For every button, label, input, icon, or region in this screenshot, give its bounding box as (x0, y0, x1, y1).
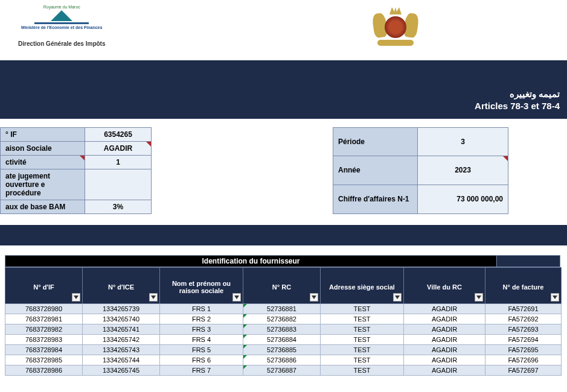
cell-nom[interactable]: FRS 4 (160, 334, 243, 344)
cell-adresse[interactable]: TEST (321, 303, 404, 314)
label-if: ° IF (1, 127, 85, 141)
cell-rc[interactable]: 52736886 (243, 355, 321, 365)
cell-if[interactable]: 7683728982 (5, 324, 83, 334)
table-row[interactable]: 76837289811334265740FRS 252736882TESTAGA… (5, 314, 562, 324)
cell-adresse[interactable]: TEST (321, 324, 404, 334)
cell-rc[interactable]: 52736885 (243, 344, 321, 355)
cell-ice[interactable]: 1334265742 (83, 334, 160, 344)
info-table-left: ° IF 6354265 aison Sociale AGADIR ctivit… (0, 127, 152, 214)
cell-rc[interactable]: 52736884 (243, 334, 321, 344)
cell-ville[interactable]: AGADIR (404, 324, 485, 334)
cell-ice[interactable]: 1334265743 (83, 344, 160, 355)
cell-if[interactable]: 7683728986 (5, 365, 83, 375)
cell-adresse[interactable]: TEST (321, 365, 404, 375)
col-header-ville[interactable]: Ville du RC (404, 267, 485, 303)
table-row[interactable]: 76837289841334265743FRS 552736885TESTAGA… (5, 344, 562, 355)
value-chiffre-affaires[interactable]: 73 000 000,00 (418, 185, 508, 213)
filter-dropdown-icon[interactable] (149, 293, 158, 302)
supplier-grid-area: Identification du fournisseur N° d'IF N°… (0, 255, 567, 376)
cell-adresse[interactable]: TEST (321, 355, 404, 365)
info-section: ° IF 6354265 aison Sociale AGADIR ctivit… (0, 119, 567, 225)
col-header-ice[interactable]: N° d'ICE (83, 267, 160, 303)
cell-nom[interactable]: FRS 1 (160, 303, 243, 314)
cell-ice[interactable]: 1334265740 (83, 314, 160, 324)
label-activite: ctivité (1, 155, 85, 169)
filter-dropdown-icon[interactable] (310, 293, 318, 302)
cell-nom[interactable]: FRS 2 (160, 314, 243, 324)
label-date-jugement: ate jugement ouverture e procédure (1, 169, 85, 200)
cell-nom[interactable]: FRS 7 (160, 365, 243, 375)
cell-facture[interactable]: FA572692 (485, 314, 562, 324)
cell-if[interactable]: 7683728985 (5, 355, 83, 365)
cell-ville[interactable]: AGADIR (404, 314, 485, 324)
col-header-adresse-label: Adresse siège social (329, 283, 395, 291)
table-row[interactable]: 76837289831334265742FRS 452736884TESTAGA… (5, 334, 562, 344)
cell-if[interactable]: 7683728980 (5, 303, 83, 314)
table-row[interactable]: 76837289821334265741FRS 352736883TESTAGA… (5, 324, 562, 334)
cell-if[interactable]: 7683728983 (5, 334, 83, 344)
cell-ville[interactable]: AGADIR (404, 303, 485, 314)
cell-ville[interactable]: AGADIR (404, 344, 485, 355)
cell-ville[interactable]: AGADIR (404, 334, 485, 344)
col-header-rc[interactable]: N° RC (243, 267, 321, 303)
invoice-section-header (497, 255, 560, 267)
page-header: Royaume du Maroc Ministère de l'Economie… (0, 0, 567, 60)
col-header-ville-label: Ville du RC (427, 283, 462, 291)
label-taux-bam: aux de base BAM (1, 200, 85, 213)
label-periode: Période (333, 127, 418, 156)
col-header-facture[interactable]: N° de facture (485, 267, 562, 303)
value-if[interactable]: 6354265 (85, 127, 152, 141)
cell-rc[interactable]: 52736882 (243, 314, 321, 324)
value-raison-sociale[interactable]: AGADIR (85, 141, 152, 155)
table-row[interactable]: 76837289861334265745FRS 752736887TESTAGA… (5, 365, 562, 375)
col-header-facture-label: N° de facture (503, 283, 544, 291)
cell-rc[interactable]: 52736887 (243, 365, 321, 375)
cell-facture[interactable]: FA572696 (485, 355, 562, 365)
cell-adresse[interactable]: TEST (321, 344, 404, 355)
col-header-adresse[interactable]: Adresse siège social (321, 267, 404, 303)
table-row[interactable]: 76837289851334265744FRS 652736886TESTAGA… (5, 355, 562, 365)
cell-nom[interactable]: FRS 5 (160, 344, 243, 355)
cell-facture[interactable]: FA572697 (485, 365, 562, 375)
filter-dropdown-icon[interactable] (232, 293, 241, 302)
cell-facture[interactable]: FA572695 (485, 344, 562, 355)
cell-facture[interactable]: FA572691 (485, 303, 562, 314)
filter-dropdown-icon[interactable] (551, 293, 559, 302)
cell-ville[interactable]: AGADIR (404, 365, 485, 375)
cell-if[interactable]: 7683728981 (5, 314, 83, 324)
value-annee[interactable]: 2023 (418, 156, 508, 185)
cell-ville[interactable]: AGADIR (404, 355, 485, 365)
supplier-grid: N° d'IF N° d'ICE Nom et prénom ou raison… (5, 267, 562, 376)
cell-ice[interactable]: 1334265739 (83, 303, 160, 314)
ministry-logo: Royaume du Maroc Ministère de l'Economie… (18, 5, 106, 47)
cell-rc[interactable]: 52736883 (243, 324, 321, 334)
logo-underline (34, 22, 89, 24)
col-header-if[interactable]: N° d'IF (5, 267, 83, 303)
col-header-if-label: N° d'IF (33, 283, 54, 291)
cell-adresse[interactable]: TEST (321, 334, 404, 344)
value-date-jugement[interactable] (85, 169, 152, 200)
dark-band-top (0, 60, 567, 84)
cell-ice[interactable]: 1334265745 (83, 365, 160, 375)
cell-adresse[interactable]: TEST (321, 314, 404, 324)
cell-if[interactable]: 7683728984 (5, 344, 83, 355)
value-periode[interactable]: 3 (418, 127, 508, 156)
cell-facture[interactable]: FA572694 (485, 334, 562, 344)
cell-ice[interactable]: 1334265741 (83, 324, 160, 334)
cell-nom[interactable]: FRS 3 (160, 324, 243, 334)
cell-ice[interactable]: 1334265744 (83, 355, 160, 365)
filter-dropdown-icon[interactable] (475, 293, 483, 302)
filter-dropdown-icon[interactable] (393, 293, 402, 302)
value-activite[interactable]: 1 (85, 155, 152, 169)
cell-nom[interactable]: FRS 6 (160, 355, 243, 365)
cell-rc[interactable]: 52736881 (243, 303, 321, 314)
logo-triangle-icon (51, 10, 72, 21)
col-header-nom[interactable]: Nom et prénom ou raison sociale (160, 267, 243, 303)
value-taux-bam[interactable]: 3% (85, 200, 152, 213)
table-row[interactable]: 76837289801334265739FRS 152736881TESTAGA… (5, 303, 562, 314)
supplier-section-title: Identification du fournisseur (5, 255, 497, 267)
filter-dropdown-icon[interactable] (72, 293, 80, 302)
title-articles: Articles 78-3 et 78-4 (7, 100, 560, 112)
kingdom-text: Royaume du Maroc (18, 5, 106, 9)
cell-facture[interactable]: FA572693 (485, 324, 562, 334)
